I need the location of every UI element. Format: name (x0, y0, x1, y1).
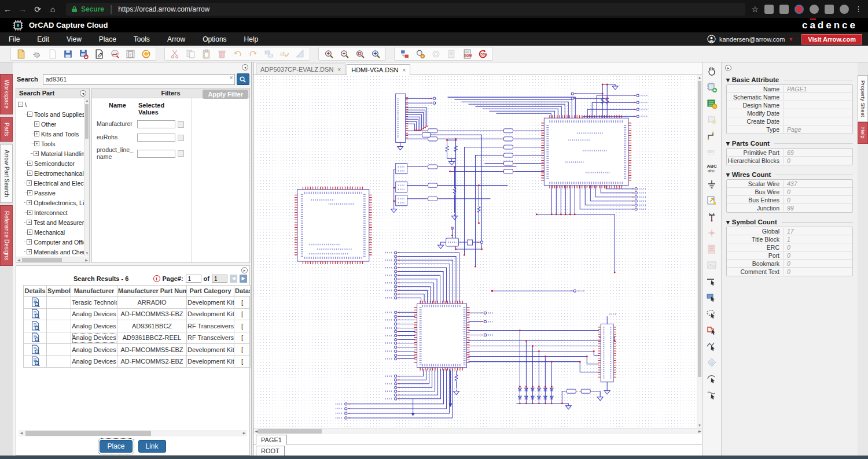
find-replace-icon[interactable] (263, 49, 274, 59)
section-header[interactable]: ▾Basic Attribute (726, 75, 853, 84)
col-datasheet[interactable]: Datasheet (234, 286, 251, 297)
cell-manufacturer[interactable]: Analog Devices (71, 308, 117, 320)
part-search-icon[interactable] (415, 49, 425, 59)
filter-picker-button[interactable] (178, 135, 184, 141)
extension-icon[interactable] (810, 5, 819, 14)
schematic-canvas[interactable] (253, 75, 703, 428)
cell-datasheet[interactable]: [ (234, 356, 251, 368)
select-block-icon[interactable] (705, 291, 718, 304)
cell-manufacturer-selected[interactable]: Analog Devices (71, 332, 117, 344)
tree-expander[interactable]: + (34, 141, 39, 146)
collapse-results-icon[interactable]: ▸ (241, 267, 248, 273)
cell-manufacturer[interactable]: Analog Devices (71, 320, 117, 332)
edit-page-icon[interactable] (94, 49, 104, 59)
tree-expander[interactable]: + (27, 190, 32, 195)
tree-expander[interactable]: + (27, 161, 32, 166)
zoom-fit-icon[interactable] (355, 49, 365, 59)
menu-file[interactable]: File (0, 34, 28, 45)
prev-page-icon[interactable]: ◀ (230, 275, 237, 283)
cell-mpn[interactable]: AD-FMCOMMS2-EBZ (117, 356, 187, 368)
tree-expander[interactable]: + (27, 210, 32, 215)
select-polyline-icon[interactable] (705, 340, 718, 353)
cell-symbol[interactable] (47, 344, 71, 356)
filter-manufacturer-input[interactable] (137, 120, 175, 128)
account-caret-icon[interactable]: ▼ (788, 36, 793, 42)
tree-item[interactable]: +Kits and Tools (16, 129, 84, 139)
place-power-icon[interactable] (705, 210, 718, 223)
cell-symbol[interactable] (47, 320, 71, 332)
details-icon[interactable] (30, 297, 41, 307)
canvas-horizontal-scrollbar[interactable]: ◀▶ (253, 428, 703, 434)
cell-manufacturer[interactable]: Analog Devices (71, 344, 117, 356)
cell-category[interactable]: Development Kits and (187, 344, 234, 356)
page-tab-root[interactable]: ROOT (256, 446, 285, 456)
pan-tool-icon[interactable] (705, 65, 718, 77)
tree-item[interactable]: +Mechanical (16, 227, 84, 237)
design-rules-icon[interactable] (295, 49, 305, 59)
extension-icon[interactable] (764, 5, 774, 14)
menu-edit[interactable]: Edit (28, 34, 58, 45)
home-icon[interactable]: ⌂ (45, 5, 60, 14)
search-input[interactable] (43, 74, 235, 85)
tree-item[interactable]: +Electrical and Electron (16, 178, 84, 188)
zoom-region-icon[interactable]: ⟨⟩ (705, 356, 718, 369)
bom-icon[interactable]: BOM (462, 49, 472, 59)
table-row[interactable]: Analog Devices AD-FMCOMMS5-EBZ Developme… (24, 344, 251, 356)
tree-expander[interactable]: + (27, 200, 32, 205)
collapse-tree-icon[interactable]: ◂ (80, 90, 86, 97)
tool-disabled-2-icon[interactable] (446, 49, 457, 59)
tree-item[interactable]: -Tools and Supplies (16, 109, 84, 119)
search-button[interactable] (237, 73, 249, 85)
tree-expander[interactable]: + (27, 220, 32, 225)
doc-tab-adp5037[interactable]: ADP5037CP-EVALZ.DSN × (256, 64, 345, 75)
place-button[interactable]: Place (100, 440, 132, 453)
tree-item[interactable]: +Interconnect (16, 208, 84, 217)
tree-expander[interactable]: + (27, 230, 32, 235)
link-button[interactable]: Link (138, 440, 166, 453)
section-header[interactable]: ▾Parts Count (726, 139, 853, 148)
menu-help[interactable]: Help (236, 34, 267, 45)
tree-expander[interactable]: + (34, 151, 39, 156)
cell-mpn[interactable]: AD-FMCOMMS3-EBZ (117, 308, 187, 320)
extension-icon[interactable] (779, 5, 789, 14)
place-wire-icon[interactable] (705, 129, 718, 142)
info-icon[interactable]: i (153, 275, 160, 282)
save-icon[interactable] (62, 49, 73, 59)
cell-datasheet[interactable]: [ (234, 297, 251, 309)
cut-icon[interactable] (170, 49, 180, 59)
zoom-out-icon[interactable] (339, 49, 350, 59)
new-design-icon[interactable] (16, 49, 26, 59)
select-lasso-icon[interactable] (705, 308, 718, 320)
delete-icon[interactable] (216, 49, 227, 59)
filter-eurohs-input[interactable] (137, 134, 175, 142)
next-page-icon[interactable]: ▶ (240, 275, 247, 283)
doc-tab-hdmi-vga[interactable]: HDMI-VGA.DSN × (347, 64, 410, 75)
canvas-vertical-scrollbar[interactable]: ▲▼ (697, 75, 702, 428)
tool-disabled-1-icon[interactable] (431, 49, 441, 59)
open-design-icon[interactable] (31, 49, 42, 59)
col-manufacturer[interactable]: Manufacturer (71, 286, 117, 297)
hierarchy-icon[interactable] (399, 49, 410, 59)
tree-vertical-scrollbar[interactable]: ▲▼ (84, 98, 89, 256)
page-number-input[interactable] (186, 275, 201, 283)
section-header[interactable]: ▾Wires Count (726, 170, 853, 179)
tree-expander[interactable]: + (34, 121, 39, 127)
tree-expander[interactable]: + (27, 249, 32, 254)
filter-picker-button[interactable] (178, 121, 184, 128)
cell-manufacturer[interactable]: Terasic Technologies (71, 297, 117, 309)
property-value[interactable]: Page (784, 126, 852, 133)
select-arc-icon[interactable] (705, 372, 718, 385)
cell-category[interactable]: Development Kits and (187, 356, 234, 368)
cell-category[interactable]: RF Transceivers (187, 320, 234, 332)
cell-mpn[interactable]: AD9361BBCZ (117, 320, 187, 332)
refresh-icon[interactable] (141, 49, 151, 59)
page-total-input[interactable] (212, 275, 227, 283)
details-icon[interactable] (30, 356, 41, 367)
tab-parts[interactable]: Parts (0, 117, 13, 142)
close-tab-icon[interactable]: × (337, 66, 341, 73)
section-header[interactable]: ▾Symbol Count (726, 217, 853, 227)
col-details[interactable]: Details (24, 286, 47, 297)
tree-item[interactable]: +Semiconductor (16, 158, 84, 168)
tree-item[interactable]: +Other (16, 119, 84, 129)
tree-item[interactable]: +Test and Measuremen (16, 217, 84, 227)
